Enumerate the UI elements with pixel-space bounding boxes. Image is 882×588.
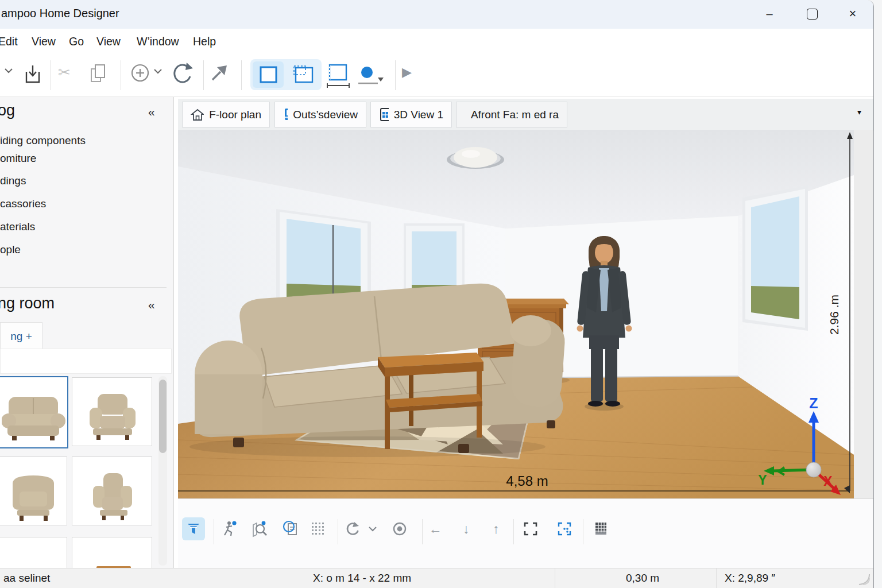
menu-window[interactable]: W’indow <box>137 35 179 48</box>
room-rect-dashed-icon <box>290 63 316 87</box>
add-object-dropdown[interactable] <box>153 68 163 74</box>
view-snapshot-button[interactable] <box>280 517 303 540</box>
furniture-thumbnail-wood-table-1[interactable] <box>0 537 67 568</box>
sidebar-item-furniture[interactable]: omiture <box>0 152 36 165</box>
menu-help[interactable]: Help <box>193 35 216 48</box>
status-separator <box>716 568 717 588</box>
furniture-thumbnail-club-chair[interactable] <box>72 457 152 525</box>
tab-label: Afront Fa: m ed ra <box>471 109 559 121</box>
dot-grid-icon <box>310 520 327 537</box>
tab-outside-view[interactable]: Outs’sdeview <box>274 102 366 127</box>
center-view-button[interactable] <box>388 517 411 540</box>
copy-button[interactable] <box>89 63 107 84</box>
scrollbar-thumb[interactable] <box>159 380 167 453</box>
walk-person-icon <box>221 520 238 537</box>
close-button[interactable]: × <box>842 5 863 23</box>
wall-measure-icon <box>323 61 351 90</box>
arrow-up-icon: ↑ <box>493 521 500 537</box>
sidebar-divider <box>0 287 167 288</box>
maximize-button[interactable] <box>802 5 822 23</box>
menu-go[interactable]: Go <box>69 35 84 48</box>
sidebar-item-accessories[interactable]: cassories <box>0 198 46 210</box>
rotate-button[interactable] <box>170 61 194 87</box>
furniture-thumbnail-wood-table-2[interactable] <box>72 537 152 568</box>
undo-dropdown[interactable] <box>365 517 381 540</box>
tab-3d-view[interactable]: 3D View 1 <box>370 102 452 127</box>
tub-chair-image <box>2 469 64 525</box>
save-icon <box>24 63 41 86</box>
chevron-down-icon <box>3 67 14 74</box>
pin-tool-button[interactable] <box>210 63 229 83</box>
tab-front-camera[interactable]: Afront Fa: m ed ra <box>456 102 567 127</box>
catalog-collapse-button[interactable]: « <box>148 105 155 119</box>
move-down-button[interactable]: ↓ <box>455 517 478 540</box>
zoom-region-icon <box>251 520 268 537</box>
window-title: ampoo Home Designer <box>1 7 119 20</box>
move-left-button[interactable]: ← <box>424 517 447 540</box>
select-mode-button[interactable] <box>182 517 205 540</box>
cut-button[interactable]: ✂ <box>58 64 71 82</box>
3d-viewport[interactable]: 4,58 m 2.96 .m Z Y X <box>178 130 873 498</box>
furniture-thumbnail-armchair[interactable] <box>72 377 152 446</box>
room-tab-label: ng + <box>10 330 32 343</box>
3d-scene: 4,58 m 2.96 .m Z Y X <box>178 130 873 498</box>
point-marker-icon <box>356 61 385 90</box>
furniture-thumbnail-loveseat[interactable] <box>0 376 68 448</box>
catalog-search-input[interactable] <box>0 349 172 374</box>
status-distance: 0,30 m <box>626 572 659 585</box>
measure-wall-button[interactable] <box>323 61 351 90</box>
resize-grip-icon[interactable] <box>858 573 871 586</box>
menu-view[interactable]: View <box>32 35 56 48</box>
walk-mode-button[interactable] <box>218 517 241 540</box>
room-category-tab[interactable]: ng + <box>0 322 42 350</box>
material-panel-button[interactable] <box>590 517 613 540</box>
move-up-button[interactable]: ↑ <box>485 517 508 540</box>
toolbar-separator <box>241 60 242 90</box>
main-toolbar: ✂ <box>0 55 873 97</box>
loveseat-image <box>2 388 66 447</box>
sidebar-item-materials[interactable]: aterials <box>0 220 35 233</box>
tab-floor-plan[interactable]: F-loor plan <box>182 102 270 127</box>
draw-wall-button[interactable] <box>253 61 284 88</box>
status-separator <box>555 568 555 588</box>
status-bar: aa selinet X: o m 14 - x 22 mm 0,30 m X:… <box>0 568 873 588</box>
toolbar-separator <box>513 519 514 544</box>
sidebar-item-furnishings[interactable]: dings <box>0 175 26 187</box>
toolbar-separator <box>203 60 204 90</box>
tab-label: F-loor plan <box>209 109 261 121</box>
target-icon <box>392 521 408 537</box>
zoom-region-button[interactable] <box>248 517 271 540</box>
sidebar-item-building-components[interactable]: iding components <box>0 134 86 147</box>
sidebar-item-people[interactable]: ople <box>0 243 21 256</box>
circle-plus-icon <box>130 63 151 84</box>
scissors-icon: ✂ <box>58 64 71 82</box>
draw-room-button[interactable] <box>287 61 319 88</box>
minimize-button[interactable]: – <box>759 5 780 23</box>
wood-table-image <box>2 543 64 568</box>
tab-overflow-dropdown[interactable]: ▾ <box>857 107 861 117</box>
sidebar-scrollbar[interactable] <box>158 376 167 566</box>
furniture-thumbnail-tub-chair[interactable] <box>0 457 67 525</box>
close-icon: × <box>849 6 857 21</box>
sofa-left-arm <box>195 341 266 434</box>
place-point-button[interactable] <box>356 61 385 90</box>
room-section-collapse-button[interactable]: « <box>148 298 155 312</box>
tab-label: 3D View 1 <box>394 109 443 121</box>
menu-edit[interactable]: Edit <box>0 35 18 48</box>
room-section-title: ng room <box>0 295 55 312</box>
add-object-button[interactable] <box>130 63 151 84</box>
title-bar: ampoo Home Designer – × <box>0 0 873 29</box>
room-width-label: 4,58 m <box>506 473 548 489</box>
zoom-selection-button[interactable] <box>553 517 576 540</box>
toolbar-dropdown-button[interactable] <box>3 67 14 74</box>
fit-view-button[interactable] <box>519 517 542 540</box>
undo-button[interactable] <box>341 517 364 540</box>
play-walkthrough-button[interactable]: ▶ <box>402 65 412 80</box>
menu-view2[interactable]: View <box>96 35 121 48</box>
pin-arrow-icon <box>210 63 229 83</box>
view-toolbar: ← ↓ ↑ <box>178 498 873 569</box>
save-button[interactable] <box>24 63 41 86</box>
axis-x-label: X <box>823 474 833 489</box>
chevron-down-icon <box>153 68 163 74</box>
grid-toggle-button[interactable] <box>307 517 330 540</box>
